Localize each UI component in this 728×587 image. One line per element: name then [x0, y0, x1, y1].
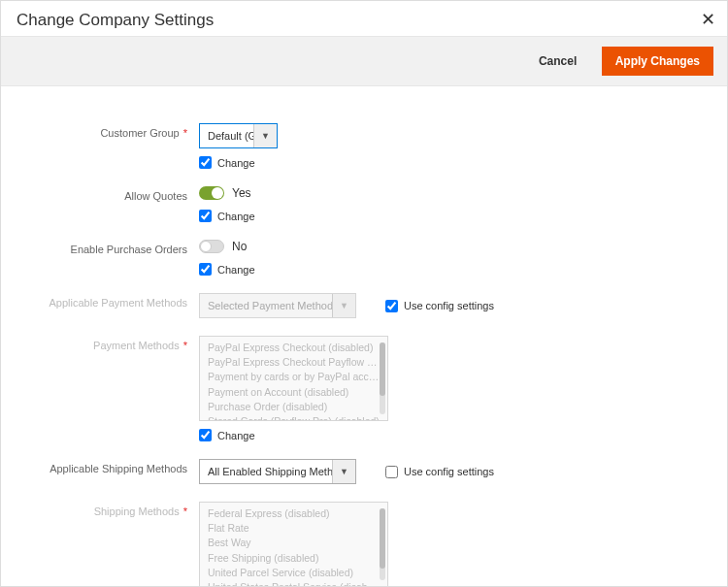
cancel-button[interactable]: Cancel	[525, 47, 590, 76]
label-payment-methods: Payment Methods*	[17, 336, 199, 351]
list-item: United States Postal Service (disabled)	[208, 580, 380, 587]
applicable-payment-use-config-checkbox[interactable]	[385, 300, 398, 312]
row-customer-group-change: Change	[17, 156, 711, 169]
modal-header: Change Company Settings ✕	[1, 1, 727, 36]
list-item: Federal Express (disabled)	[208, 506, 380, 521]
modal-title: Change Company Settings	[17, 11, 711, 30]
list-item: Payment on Account (disabled)	[208, 385, 380, 400]
form-area: Customer Group* Default (Ge… ▼ Change Al…	[1, 86, 727, 587]
scrollbar[interactable]	[380, 508, 385, 580]
required-mark: *	[183, 340, 187, 351]
label-customer-group: Customer Group*	[17, 123, 199, 139]
apply-changes-button[interactable]: Apply Changes	[602, 47, 713, 76]
allow-quotes-change-checkbox[interactable]	[199, 210, 212, 222]
label-enable-po: Enable Purchase Orders	[17, 240, 199, 255]
required-mark: *	[183, 127, 187, 139]
applicable-shipping-use-config-checkbox[interactable]	[385, 466, 398, 478]
row-applicable-shipping: Applicable Shipping Methods All Enabled …	[17, 459, 711, 484]
row-allow-quotes: Allow Quotes Yes	[17, 186, 711, 202]
row-applicable-payment: Applicable Payment Methods Selected Paym…	[17, 293, 711, 318]
allow-quotes-toggle[interactable]	[199, 186, 224, 200]
customer-group-select[interactable]: Default (Ge… ▼	[199, 123, 278, 148]
list-item: PayPal Express Checkout (disabled)	[208, 341, 380, 355]
list-item: Stored Cards (Payflow Pro) (disabled)	[208, 414, 380, 421]
applicable-shipping-use-config: Use config settings	[385, 466, 494, 478]
row-allow-quotes-change: Change	[17, 210, 711, 222]
customer-group-change-checkbox[interactable]	[199, 156, 212, 169]
chevron-down-icon: ▼	[332, 294, 355, 317]
row-enable-po: Enable Purchase Orders No	[17, 240, 711, 255]
list-item: Payment by cards or by PayPal account (d…	[208, 370, 380, 384]
row-enable-po-change: Change	[17, 263, 711, 276]
enable-po-toggle[interactable]	[199, 240, 224, 253]
label-applicable-payment: Applicable Payment Methods	[17, 293, 199, 309]
scrollbar[interactable]	[380, 342, 385, 414]
required-mark: *	[183, 505, 187, 517]
list-item: Best Way	[208, 536, 380, 550]
list-item: PayPal Express Checkout Payflow Edition …	[208, 355, 380, 370]
list-item: United Parcel Service (disabled)	[208, 566, 380, 580]
row-payment-methods-change: Change	[17, 429, 711, 441]
list-item: Free Shipping (disabled)	[208, 551, 380, 566]
modal-change-company-settings: Change Company Settings ✕ Cancel Apply C…	[0, 0, 728, 587]
payment-methods-multiselect: PayPal Express Checkout (disabled) PayPa…	[199, 336, 388, 421]
list-item: Purchase Order (disabled)	[208, 400, 380, 414]
enable-po-change-checkbox[interactable]	[199, 263, 212, 276]
list-item: Flat Rate	[208, 521, 380, 536]
toolbar: Cancel Apply Changes	[1, 36, 727, 86]
label-applicable-shipping: Applicable Shipping Methods	[17, 459, 199, 474]
label-shipping-methods: Shipping Methods*	[17, 502, 199, 517]
shipping-methods-multiselect: Federal Express (disabled) Flat Rate Bes…	[199, 502, 388, 587]
row-shipping-methods: Shipping Methods* Federal Express (disab…	[17, 502, 711, 587]
payment-methods-change-checkbox[interactable]	[199, 429, 212, 441]
applicable-shipping-select[interactable]: All Enabled Shipping Methods ▼	[199, 459, 356, 484]
chevron-down-icon: ▼	[332, 460, 355, 483]
chevron-down-icon: ▼	[253, 124, 277, 147]
row-payment-methods: Payment Methods* PayPal Express Checkout…	[17, 336, 711, 421]
close-icon[interactable]: ✕	[701, 11, 715, 28]
label-allow-quotes: Allow Quotes	[17, 186, 199, 202]
applicable-payment-select: Selected Payment Methods ▼	[199, 293, 356, 318]
applicable-payment-use-config: Use config settings	[385, 300, 494, 312]
row-customer-group: Customer Group* Default (Ge… ▼	[17, 123, 711, 148]
